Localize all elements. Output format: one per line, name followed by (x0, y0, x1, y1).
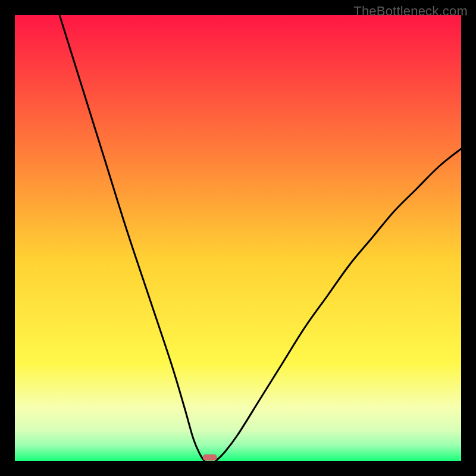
watermark-text: TheBottleneck.com (353, 4, 468, 19)
optimal-marker (203, 455, 217, 461)
chart-background-gradient (15, 15, 461, 461)
chart-plot-area (15, 15, 461, 461)
chart-frame: TheBottleneck.com (0, 0, 476, 476)
chart-svg (15, 15, 461, 461)
